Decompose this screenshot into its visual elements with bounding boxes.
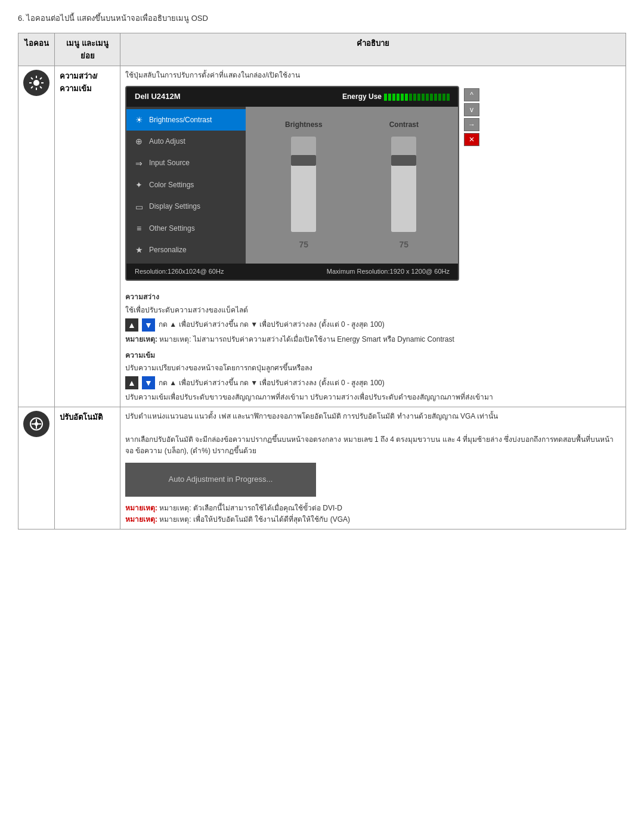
- display-settings-menu-label: Display Settings: [149, 201, 200, 212]
- osd-menu-input-source[interactable]: ⇒ Input Source: [126, 153, 246, 174]
- col-icon: ไอคอน: [18, 33, 55, 66]
- contrast-control-text: กด ▲ เพื่อปรับค่าสว่างขึ้น กด ▼ เพื่อปรั…: [159, 377, 385, 389]
- auto-adjust-icon: [23, 411, 49, 437]
- intro-text: 6. ไอคอนต่อไปนี้ แสดงขึ้นบนหน้าจอเพื่ออธ…: [18, 12, 626, 24]
- max-resolution-text: Maximum Resolution:1920 x 1200@ 60Hz: [327, 267, 450, 277]
- svg-line-7: [40, 78, 42, 79]
- auto-adjust-menu-icon: ⊕: [134, 135, 144, 148]
- auto-adjust-sub-desc: หากเลือกปรับอัตโนมัติ จะมีกล่องข้อความปร…: [125, 434, 621, 457]
- note2-text: หมายเหตุ: เพื่อให้ปรับอัตโนมัติ ใช้งานได…: [159, 515, 350, 524]
- brightness-desc: ใช้เพื่อปรับระดับความสว่างของแบ็คไลต์: [125, 305, 621, 316]
- osd-menu: ☀ Brightness/Contrast ⊕ Auto Adjust ⇒: [126, 107, 246, 264]
- color-settings-menu-icon: ✦: [134, 178, 144, 191]
- nav-down-button[interactable]: v: [464, 103, 479, 116]
- energy-seg: [405, 94, 408, 101]
- note2-label: หมายเหตุ:: [125, 515, 157, 524]
- energy-seg: [430, 94, 433, 101]
- contrast-desc: ปรับความเปรียบต่างของหน้าจอโดยการกดปุ่มล…: [125, 363, 621, 374]
- col-desc: คำอธิบาย: [120, 33, 626, 66]
- menu-brightness-contrast: ความสว่าง/ความเข้ม: [55, 66, 120, 407]
- osd-menu-color-settings[interactable]: ✦ Color Settings: [126, 174, 246, 196]
- osd-menu-auto-adjust[interactable]: ⊕ Auto Adjust: [126, 131, 246, 152]
- color-settings-menu-label: Color Settings: [149, 179, 194, 191]
- nav-right-button[interactable]: →: [464, 118, 479, 131]
- table-row: ความสว่าง/ความเข้ม ใช้ปุ่มสลับในการปรับก…: [18, 66, 626, 407]
- icon-cell-auto-adjust: [18, 407, 55, 529]
- auto-adjust-progress-text: Auto Adjustment in Progress...: [169, 475, 273, 484]
- energy-bar: Energy Use: [342, 91, 450, 103]
- energy-seg: [401, 94, 404, 101]
- contrast-down-button[interactable]: ▼: [142, 376, 155, 389]
- contrast-note2: ปรับความเข้มเพื่อปรับระดับขาวของสัญญาณภา…: [125, 392, 621, 403]
- table-row-auto-adjust: ปรับอัตโนมัติ ปรับตำแหน่งแนวนอน แนวตั้ง …: [18, 407, 626, 529]
- contrast-sub-section: ความเข้ม ปรับความเปรียบต่างของหน้าจอโดยก…: [125, 350, 621, 404]
- contrast-slider-label: Contrast: [389, 119, 419, 131]
- menu-name-brightness: ความสว่าง/ความเข้ม: [60, 70, 115, 95]
- brightness-down-button[interactable]: ▼: [142, 318, 155, 332]
- col-menu: เมนู และเมนูย่อย: [55, 33, 120, 66]
- energy-seg: [442, 94, 445, 101]
- brightness-menu-label: Brightness/Contrast: [149, 114, 212, 126]
- brightness-slider-track[interactable]: [291, 137, 316, 232]
- contrast-slider-track[interactable]: [391, 137, 416, 232]
- desc-header: ใช้ปุ่มสลับในการปรับการตั้งค่าที่แสดงในก…: [125, 70, 621, 81]
- menu-name-auto-adjust: ปรับอัตโนมัติ: [60, 411, 115, 423]
- desc-brightness-contrast: ใช้ปุ่มสลับในการปรับการตั้งค่าที่แสดงในก…: [120, 66, 626, 407]
- svg-point-0: [33, 80, 39, 86]
- osd-footer: Resolution:1260x1024@ 60Hz Maximum Resol…: [126, 264, 458, 280]
- energy-seg: [417, 94, 420, 101]
- energy-seg: [422, 94, 425, 101]
- resolution-text: Resolution:1260x1024@ 60Hz: [135, 267, 224, 277]
- energy-seg: [388, 94, 391, 101]
- osd-body: ☀ Brightness/Contrast ⊕ Auto Adjust ⇒: [126, 107, 458, 264]
- auto-adjust-note2: หมายเหตุ: หมายเหตุ: เพื่อให้ปรับอัตโนมัต…: [125, 514, 621, 525]
- monitor-title: Dell U2412M: [135, 91, 181, 103]
- nav-up-button[interactable]: ^: [464, 88, 479, 101]
- energy-bars: [384, 94, 450, 101]
- input-source-menu-icon: ⇒: [134, 157, 144, 170]
- auto-adjust-note1: หมายเหตุ: หมายเหตุ: ตัวเลือกนี้ไม่สามารถ…: [125, 503, 621, 514]
- brightness-value: 75: [299, 238, 309, 251]
- svg-line-5: [31, 78, 33, 79]
- brightness-up-button[interactable]: ▲: [125, 318, 138, 332]
- osd-sliders-area: Brightness 75 Contrast: [246, 107, 458, 264]
- brightness-slider-group: Brightness 75: [285, 119, 323, 252]
- osd-menu-brightness-contrast[interactable]: ☀ Brightness/Contrast: [126, 109, 246, 131]
- energy-seg: [409, 94, 412, 101]
- brightness-btn-row: ▲ ▼ กด ▲ เพื่อปรับค่าสว่างขึ้น กด ▼ เพื่…: [125, 318, 621, 332]
- contrast-btn-row: ▲ ▼ กด ▲ เพื่อปรับค่าสว่างขึ้น กด ▼ เพื่…: [125, 376, 621, 389]
- contrast-up-button[interactable]: ▲: [125, 376, 138, 389]
- auto-adjust-menu-label: Auto Adjust: [149, 136, 185, 147]
- brightness-sub-section: ความสว่าง ใช้เพื่อปรับระดับความสว่างของแ…: [125, 292, 621, 345]
- svg-point-12: [35, 422, 38, 426]
- other-settings-menu-icon: ≡: [134, 222, 144, 235]
- osd-header: Dell U2412M Energy Use: [126, 87, 458, 107]
- svg-line-6: [40, 86, 42, 88]
- svg-line-8: [31, 86, 33, 88]
- nav-close-button[interactable]: ✕: [464, 133, 479, 146]
- auto-adjust-desc: ปรับตำแหน่งแนวนอน แนวตั้ง เฟส และนาฬิกาข…: [125, 411, 621, 422]
- energy-seg: [413, 94, 416, 101]
- note1-text: หมายเหตุ: ตัวเลือกนี้ไม่สามารถใช้ได้เมื่…: [159, 504, 342, 512]
- osd-menu-display-settings[interactable]: ▭ Display Settings: [126, 196, 246, 218]
- display-settings-menu-icon: ▭: [134, 200, 144, 213]
- energy-seg: [438, 94, 441, 101]
- energy-seg: [384, 94, 387, 101]
- brightness-control-text: กด ▲ เพื่อปรับค่าสว่างขึ้น กด ▼ เพื่อปรั…: [159, 319, 385, 330]
- osd-display: Dell U2412M Energy Use: [125, 86, 459, 281]
- other-settings-menu-label: Other Settings: [149, 223, 195, 234]
- contrast-section-label: ความเข้ม: [125, 350, 621, 361]
- brightness-note: หมายเหตุ: หมายเหตุ: ไม่สามารถปรับค่าความ…: [125, 334, 621, 345]
- desc-auto-adjust: ปรับตำแหน่งแนวนอน แนวตั้ง เฟส และนาฬิกาข…: [120, 407, 626, 529]
- osd-menu-personalize[interactable]: ★ Personalize: [126, 239, 246, 261]
- input-source-menu-label: Input Source: [149, 157, 190, 169]
- main-table: ไอคอน เมนู และเมนูย่อย คำอธิบาย: [18, 33, 626, 529]
- energy-seg: [434, 94, 437, 101]
- auto-adjust-progress-box: Auto Adjustment in Progress...: [125, 463, 316, 497]
- brightness-slider-label: Brightness: [285, 119, 323, 131]
- osd-menu-other-settings[interactable]: ≡ Other Settings: [126, 218, 246, 239]
- energy-seg: [392, 94, 395, 101]
- brightness-section-label: ความสว่าง: [125, 292, 621, 303]
- sun-icon: [23, 70, 49, 96]
- energy-seg: [397, 94, 400, 101]
